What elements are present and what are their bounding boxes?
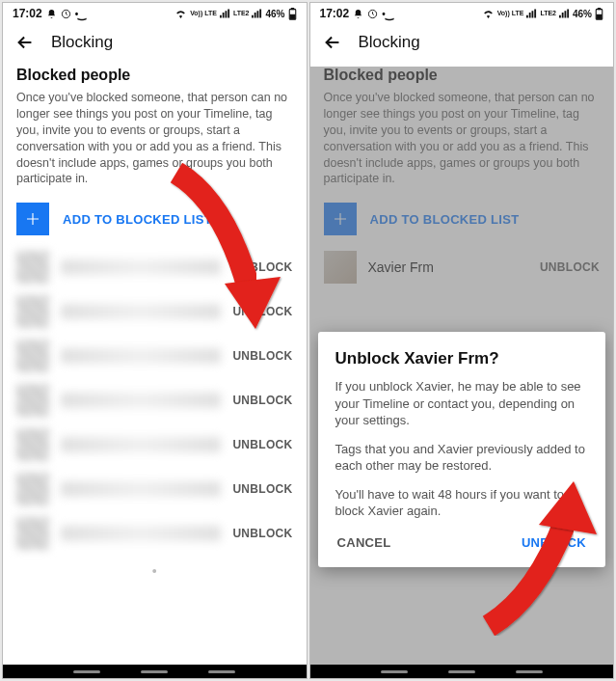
add-to-blocked-button[interactable]: ADD TO BLOCKED LIST xyxy=(16,203,293,235)
status-time: 17:02 xyxy=(320,7,350,20)
dialog-body: If you unblock Xavier, he may be able to… xyxy=(335,378,589,520)
page-indicator: • xyxy=(16,556,293,586)
network-label-1: Vo)) LTE xyxy=(190,11,217,16)
dialog-text: If you unblock Xavier, he may be able to… xyxy=(335,378,589,429)
svg-rect-3 xyxy=(290,14,295,18)
unblock-dialog: Unblock Xavier Frm? If you unblock Xavie… xyxy=(318,332,606,567)
screenshot-left: 17:02 •‿ Vo)) LTE LTE2 46% Blocking Bloc… xyxy=(2,2,308,679)
more-icon: •‿ xyxy=(382,9,393,19)
network-label-1: Vo)) LTE xyxy=(497,11,524,16)
signal-icon-1 xyxy=(526,9,537,18)
svg-rect-2 xyxy=(291,8,293,10)
back-arrow-icon[interactable] xyxy=(14,32,36,53)
blocked-name xyxy=(61,481,221,497)
main-content: Blocked people Once you've blocked someo… xyxy=(3,67,307,665)
blocked-name xyxy=(61,393,221,408)
bell-icon xyxy=(353,9,363,19)
section-title: Blocked people xyxy=(324,67,601,84)
avatar xyxy=(324,251,357,284)
avatar xyxy=(16,428,49,461)
confirm-unblock-button[interactable]: UNBLOCK xyxy=(520,531,588,554)
add-to-blocked-button[interactable]: ADD TO BLOCKED LIST xyxy=(324,203,601,235)
app-bar: Blocking xyxy=(3,22,307,67)
clock-icon xyxy=(367,9,378,19)
signal-icon-2 xyxy=(252,9,262,18)
blocked-name xyxy=(61,437,221,452)
app-bar: Blocking xyxy=(310,22,614,67)
avatar xyxy=(16,295,49,328)
signal-icon-2 xyxy=(559,9,570,18)
bell-icon xyxy=(46,9,57,19)
list-item: UNBLOCK xyxy=(16,467,293,511)
screenshot-right: 17:02 •‿ Vo)) LTE LTE2 46% Blocking Bloc… xyxy=(309,2,615,679)
list-item: UNBLOCK xyxy=(16,422,293,467)
avatar xyxy=(16,340,49,372)
svg-rect-6 xyxy=(598,8,600,10)
nav-recent[interactable] xyxy=(73,670,100,673)
battery-percent: 46% xyxy=(573,9,592,19)
nav-back[interactable] xyxy=(208,670,235,673)
battery-icon xyxy=(595,8,603,20)
unblock-button[interactable]: UNBLOCK xyxy=(232,482,292,496)
list-item: UNBLOCK xyxy=(16,289,293,334)
list-item: UNBLOCK xyxy=(16,334,293,378)
section-title: Blocked people xyxy=(16,67,293,84)
unblock-button[interactable]: UNBLOCK xyxy=(232,394,292,407)
clock-icon xyxy=(61,9,71,19)
unblock-button[interactable]: UNBLOCK xyxy=(540,260,600,274)
blocked-list: UNBLOCK UNBLOCK UNBLOCK UNBLOCK UNBLOCK … xyxy=(16,245,293,556)
plus-icon xyxy=(16,203,49,235)
android-nav-bar xyxy=(310,665,614,678)
nav-back[interactable] xyxy=(516,670,543,673)
avatar xyxy=(16,473,49,505)
unblock-button[interactable]: UNBLOCK xyxy=(232,438,292,451)
dialog-text: You'll have to wait 48 hours if you want… xyxy=(335,486,589,520)
dialog-text: Tags that you and Xavier previously adde… xyxy=(335,441,589,475)
page-title: Blocking xyxy=(51,33,113,52)
more-icon: •‿ xyxy=(75,9,87,19)
unblock-button[interactable]: UNBLOCK xyxy=(232,527,292,540)
signal-icon-1 xyxy=(220,9,230,18)
list-item: UNBLOCK xyxy=(16,245,293,289)
status-time: 17:02 xyxy=(13,7,42,20)
blocked-name xyxy=(61,259,221,275)
svg-rect-7 xyxy=(597,14,602,18)
avatar xyxy=(16,384,49,417)
cancel-button[interactable]: CANCEL xyxy=(335,531,393,554)
avatar xyxy=(16,517,49,550)
nav-home[interactable] xyxy=(448,670,475,673)
unblock-button[interactable]: UNBLOCK xyxy=(232,260,292,274)
unblock-button[interactable]: UNBLOCK xyxy=(232,349,292,363)
wifi-icon xyxy=(482,9,495,18)
list-item: UNBLOCK xyxy=(16,378,293,422)
section-desc: Once you've blocked someone, that person… xyxy=(16,90,293,187)
page-title: Blocking xyxy=(359,33,420,52)
battery-percent: 46% xyxy=(265,9,284,19)
unblock-button[interactable]: UNBLOCK xyxy=(232,305,292,318)
section-desc: Once you've blocked someone, that person… xyxy=(324,90,601,187)
status-bar: 17:02 •‿ Vo)) LTE LTE2 46% xyxy=(3,3,307,22)
back-arrow-icon[interactable] xyxy=(322,32,343,53)
blocked-name xyxy=(61,304,221,319)
add-button-label: ADD TO BLOCKED LIST xyxy=(63,212,212,227)
nav-home[interactable] xyxy=(141,670,168,673)
list-item: UNBLOCK xyxy=(16,511,293,556)
status-bar: 17:02 •‿ Vo)) LTE LTE2 46% xyxy=(310,3,614,22)
android-nav-bar xyxy=(3,665,307,678)
dialog-title: Unblock Xavier Frm? xyxy=(335,349,589,368)
blocked-name: Xavier Frm xyxy=(368,259,528,275)
blocked-name xyxy=(61,526,221,541)
avatar xyxy=(16,251,49,284)
dialog-actions: CANCEL UNBLOCK xyxy=(335,531,589,554)
network-label-2: LTE2 xyxy=(233,11,250,16)
main-content: Blocked people Once you've blocked someo… xyxy=(310,67,614,665)
network-label-2: LTE2 xyxy=(540,11,556,16)
battery-icon xyxy=(288,8,297,20)
add-button-label: ADD TO BLOCKED LIST xyxy=(370,212,520,227)
blocked-name xyxy=(61,348,221,364)
wifi-icon xyxy=(174,9,187,18)
list-item: Xavier Frm UNBLOCK xyxy=(324,245,601,289)
nav-recent[interactable] xyxy=(381,670,408,673)
plus-icon xyxy=(324,203,357,235)
